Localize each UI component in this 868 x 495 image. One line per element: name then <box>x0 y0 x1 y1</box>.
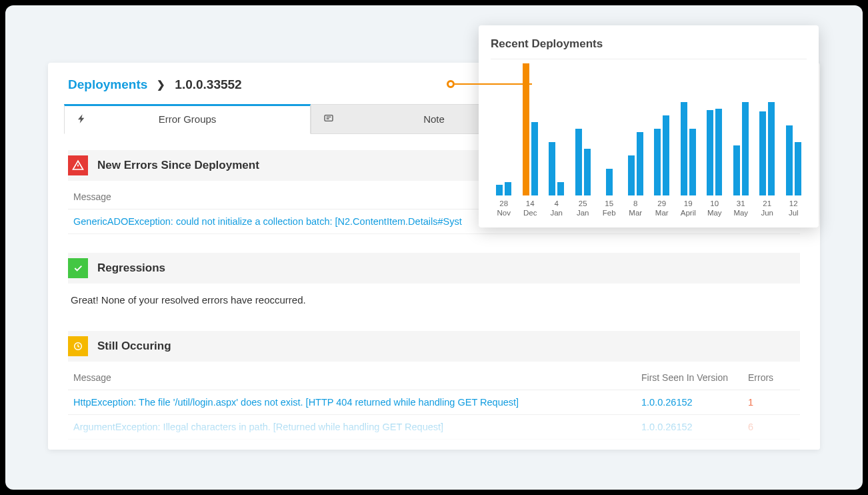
chart-bar[interactable] <box>549 142 555 195</box>
section-regressions: Regressions Great! None of your resolved… <box>68 253 800 312</box>
chart-x-label: 29Mar <box>649 199 675 218</box>
col-message: Message <box>73 372 641 383</box>
chart-bar[interactable] <box>637 132 643 195</box>
chart-x-label: 15Feb <box>596 199 623 218</box>
bolt-icon <box>77 113 89 125</box>
version-link[interactable]: 1.0.0.26152 <box>641 397 748 408</box>
chart-bar[interactable] <box>689 129 696 195</box>
tab-label: Error Groups <box>159 113 217 125</box>
chart-bar-group <box>755 62 779 195</box>
chart-bar[interactable] <box>505 182 511 195</box>
chart-bar[interactable] <box>496 185 503 195</box>
check-icon <box>68 258 88 278</box>
chart-bar-group <box>624 62 648 195</box>
col-errors: Errors <box>748 372 795 383</box>
section-title: Regressions <box>97 262 165 275</box>
chart-bar-group <box>782 62 806 195</box>
chart-area <box>491 62 807 195</box>
breadcrumb-root-link[interactable]: Deployments <box>68 77 147 92</box>
chart-bar[interactable] <box>786 125 793 195</box>
chart-bar[interactable] <box>575 129 582 195</box>
chart-bar[interactable] <box>654 129 661 195</box>
table-row: ArgumentException: Illegal characters in… <box>68 415 800 440</box>
chart-x-label: 10May <box>701 199 728 218</box>
chart-bar[interactable] <box>628 155 635 195</box>
breadcrumb-current: 1.0.0.33552 <box>175 77 241 92</box>
chart-x-label: 8Mar <box>623 199 649 218</box>
chart-x-label: 19April <box>675 199 702 218</box>
error-count: 6 <box>748 422 795 432</box>
chart-bar-group <box>703 62 727 195</box>
chart-bar[interactable] <box>733 145 740 195</box>
chart-bar[interactable] <box>606 169 613 195</box>
version-link[interactable]: 1.0.0.26152 <box>641 422 748 432</box>
error-message-link[interactable]: HttpException: The file '/util/login.asp… <box>73 397 641 408</box>
chart-bar[interactable] <box>557 182 564 195</box>
error-message-link[interactable]: ArgumentException: Illegal characters in… <box>73 422 641 432</box>
chevron-right-icon: ❯ <box>157 79 165 91</box>
regressions-body: Great! None of your resolved errors have… <box>68 288 800 312</box>
chart-bar-group <box>492 62 516 195</box>
chart-bar[interactable] <box>759 111 766 195</box>
chart-x-label: 25Jan <box>570 199 597 218</box>
chart-x-label: 12Jul <box>781 199 807 218</box>
chart-x-label: 21Jun <box>754 199 781 218</box>
chart-bar[interactable] <box>707 110 713 195</box>
chart-bar[interactable] <box>768 102 775 195</box>
section-header: Regressions <box>68 253 800 284</box>
section-title: Still Occuring <box>97 340 171 353</box>
col-version: First Seen In Version <box>641 372 748 383</box>
clock-icon <box>68 336 88 356</box>
chart-title: Recent Deployments <box>491 37 807 59</box>
section-title: New Errors Since Deployment <box>97 159 259 172</box>
chart-bar[interactable] <box>523 63 529 195</box>
chart-x-label: 31May <box>728 199 755 218</box>
chat-icon <box>323 113 335 125</box>
svg-rect-0 <box>325 115 333 121</box>
chart-bar-group <box>519 62 543 195</box>
chart-bar-group <box>729 62 753 195</box>
chart-bar[interactable] <box>715 109 722 195</box>
chart-bar[interactable] <box>663 115 669 195</box>
chart-x-label: 14Dec <box>517 199 544 218</box>
chart-bar-group <box>545 62 569 195</box>
chart-x-label: 4Jan <box>543 199 570 218</box>
table-header: Message First Seen In Version Errors <box>68 366 800 390</box>
chart-x-axis: 28Nov14Dec4Jan25Jan15Feb8Mar29Mar19April… <box>491 199 807 218</box>
chart-bar-group <box>677 62 701 195</box>
tab-error-groups[interactable]: Error Groups <box>64 104 311 134</box>
alert-icon <box>68 155 88 175</box>
chart-bar[interactable] <box>584 149 591 195</box>
chart-bar[interactable] <box>681 102 687 195</box>
chart-bar[interactable] <box>531 122 538 195</box>
chart-x-label: 28Nov <box>491 199 517 218</box>
chart-bar-group <box>597 62 621 195</box>
section-header: Still Occuring <box>68 331 800 362</box>
chart-bar[interactable] <box>742 102 749 195</box>
table-row: HttpException: The file '/util/login.asp… <box>68 390 800 415</box>
chart-bar-group <box>571 62 595 195</box>
error-count: 1 <box>748 397 795 408</box>
chart-bar-group <box>650 62 674 195</box>
tab-label: Note <box>423 113 445 125</box>
section-still-occurring: Still Occuring Message First Seen In Ver… <box>68 331 800 440</box>
recent-deployments-chart-card: Recent Deployments 28Nov14Dec4Jan25Jan15… <box>479 25 819 227</box>
chart-bar[interactable] <box>795 142 801 195</box>
